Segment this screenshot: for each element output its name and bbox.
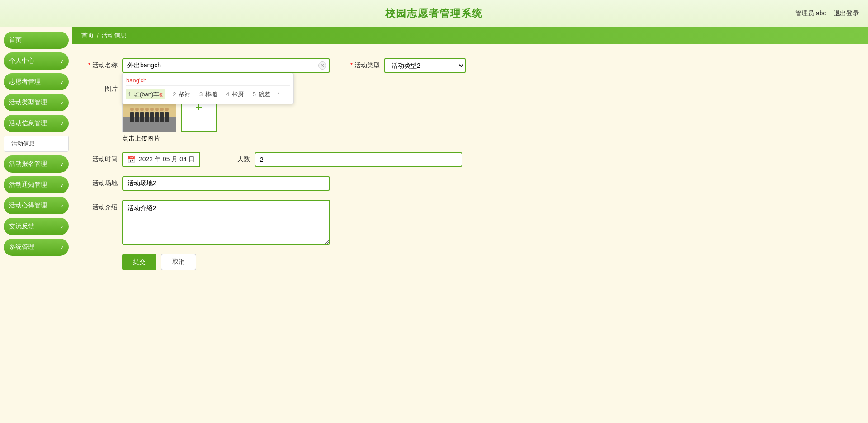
sidebar-item-label: 活动报名管理 xyxy=(9,160,47,168)
chevron-down-icon: ∨ xyxy=(60,80,63,85)
sidebar-item-feedback[interactable]: 交流反馈 ∨ xyxy=(4,218,69,235)
suggestion-5[interactable]: 5 磅差 xyxy=(251,89,272,99)
sidebar-item-system[interactable]: 系统管理 ∨ xyxy=(4,239,69,256)
layout: 首页 个人中心 ∨ 志愿者管理 ∨ 活动类型管理 ∨ 活动信息管理 ∨ 活动信息… xyxy=(0,27,868,423)
sidebar-item-label: 活动通知管理 xyxy=(9,181,47,189)
form-row-venue: 活动场地 xyxy=(86,176,854,191)
description-textarea[interactable]: 活动介绍2 xyxy=(122,200,330,245)
suggestion-4[interactable]: 4 帮厨 xyxy=(224,89,245,99)
sidebar-item-home[interactable]: 首页 xyxy=(4,32,69,49)
chevron-down-icon: ∨ xyxy=(60,245,63,250)
sidebar-item-activity-summary[interactable]: 活动心得管理 ∨ xyxy=(4,197,69,214)
suggestion-1[interactable]: 1 班(ban)车◎ xyxy=(126,89,165,99)
upload-hint-text: 点击上传图片 xyxy=(122,135,160,142)
sidebar-item-volunteer[interactable]: 志愿者管理 ∨ xyxy=(4,73,69,90)
app-title: 校园志愿者管理系统 xyxy=(385,7,483,20)
breadcrumb-home[interactable]: 首页 xyxy=(81,32,94,40)
autocomplete-wrapper: ✕ bang'ch 1 班(ban)车◎ 2 xyxy=(122,58,330,73)
chevron-down-icon: ∨ xyxy=(60,203,63,208)
sidebar-item-label: 系统管理 xyxy=(9,243,34,251)
header: 校园志愿者管理系统 管理员 abo 退出登录 xyxy=(0,0,868,27)
autocomplete-query: bang'ch xyxy=(126,76,290,86)
button-row: 提交 取消 xyxy=(122,254,854,270)
form-group-desc: 活动介绍 活动介绍2 xyxy=(86,200,330,245)
suggestion-2[interactable]: 2 帮衬 xyxy=(171,89,192,99)
upload-hint-row: 点击上传图片 xyxy=(122,135,854,143)
submit-button[interactable]: 提交 xyxy=(122,254,156,270)
name-input-wrapper: ✕ xyxy=(122,58,330,73)
sidebar-item-personal[interactable]: 个人中心 ∨ xyxy=(4,52,69,70)
sidebar-item-activity-notice[interactable]: 活动通知管理 ∨ xyxy=(4,176,69,193)
chevron-down-icon: ∨ xyxy=(60,183,63,188)
suggestion-3[interactable]: 3 棒槌 xyxy=(198,89,219,99)
sidebar-item-activity-signup[interactable]: 活动报名管理 ∨ xyxy=(4,155,69,173)
venue-input[interactable] xyxy=(122,176,330,191)
sidebar-sub-item-activity-info[interactable]: 活动信息 xyxy=(4,136,68,151)
calendar-icon: 📅 xyxy=(127,156,135,163)
venue-label: 活动场地 xyxy=(86,179,118,188)
header-user-area: 管理员 abo 退出登录 xyxy=(795,9,859,18)
sidebar-item-label: 活动心得管理 xyxy=(9,202,47,210)
form-area: 活动名称 ✕ bang'ch 1 班(ban)车◎ xyxy=(72,53,868,284)
form-group-people: 人数 xyxy=(218,152,462,167)
sidebar-item-label: 个人中心 xyxy=(9,57,34,65)
sidebar: 首页 个人中心 ∨ 志愿者管理 ∨ 活动类型管理 ∨ 活动信息管理 ∨ 活动信息… xyxy=(0,27,72,423)
form-group-name: 活动名称 ✕ bang'ch 1 班(ban)车◎ xyxy=(86,58,330,73)
chevron-down-icon: ∨ xyxy=(60,59,63,64)
breadcrumb-current: 活动信息 xyxy=(101,32,127,40)
form-group-time: 活动时间 📅 2022 年 05 月 04 日 xyxy=(86,152,200,167)
activity-name-input[interactable] xyxy=(122,58,330,73)
form-row-time-people: 活动时间 📅 2022 年 05 月 04 日 人数 xyxy=(86,152,854,167)
autocomplete-dropdown: bang'ch 1 班(ban)车◎ 2 帮衬 xyxy=(122,73,294,104)
sidebar-item-activity-info[interactable]: 活动信息管理 ∨ xyxy=(4,115,69,132)
form-group-type: 活动类型 活动类型1 活动类型2 活动类型3 xyxy=(348,58,466,73)
sidebar-item-label: 交流反馈 xyxy=(9,222,34,230)
people-decoration xyxy=(123,112,176,122)
breadcrumb-separator: / xyxy=(97,32,99,39)
chevron-down-icon: ∨ xyxy=(60,162,63,167)
activity-time-label: 活动时间 xyxy=(86,155,118,164)
suggestion-more[interactable]: › xyxy=(278,89,279,99)
image-label: 图片 xyxy=(86,85,118,93)
cancel-button[interactable]: 取消 xyxy=(161,254,196,270)
form-row-top: 活动名称 ✕ bang'ch 1 班(ban)车◎ xyxy=(86,58,854,73)
activity-name-label: 活动名称 xyxy=(86,61,118,70)
date-value: 2022 年 05 月 04 日 xyxy=(139,155,195,164)
sidebar-item-label: 活动信息管理 xyxy=(9,119,47,127)
form-row-desc: 活动介绍 活动介绍2 xyxy=(86,200,854,245)
form-group-venue: 活动场地 xyxy=(86,176,330,191)
sidebar-item-label: 活动类型管理 xyxy=(9,99,47,107)
autocomplete-suggestions: 1 班(ban)车◎ 2 帮衬 3 棒槌 xyxy=(126,88,290,101)
user-label: 管理员 abo xyxy=(795,9,826,18)
chevron-down-icon: ∨ xyxy=(60,100,63,105)
chevron-down-icon: ∨ xyxy=(60,121,63,126)
chevron-down-icon: ∨ xyxy=(60,224,63,229)
date-input-wrapper[interactable]: 📅 2022 年 05 月 04 日 xyxy=(122,152,200,167)
sidebar-item-label: 志愿者管理 xyxy=(9,78,41,86)
people-count-label: 人数 xyxy=(218,155,250,164)
activity-type-label: 活动类型 xyxy=(348,61,380,70)
sidebar-item-activity-type[interactable]: 活动类型管理 ∨ xyxy=(4,94,69,111)
activity-type-select[interactable]: 活动类型1 活动类型2 活动类型3 xyxy=(384,58,466,73)
logout-link[interactable]: 退出登录 xyxy=(834,9,859,18)
people-count-input[interactable] xyxy=(255,152,462,167)
sidebar-sub-activity-info: 活动信息 xyxy=(4,136,69,152)
breadcrumb: 首页 / 活动信息 xyxy=(72,27,868,44)
clear-icon[interactable]: ✕ xyxy=(318,61,326,70)
main-content: 首页 / 活动信息 活动名称 ✕ bang'c xyxy=(72,27,868,423)
sidebar-item-label: 首页 xyxy=(9,36,22,44)
description-label: 活动介绍 xyxy=(86,203,118,212)
